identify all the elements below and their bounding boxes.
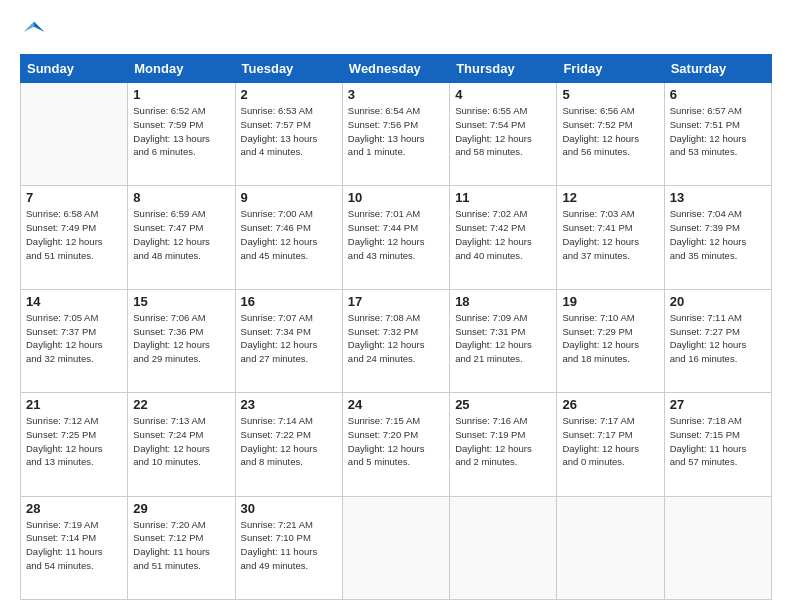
day-info: Sunrise: 7:13 AM Sunset: 7:24 PM Dayligh…: [133, 414, 229, 469]
col-header-wednesday: Wednesday: [342, 55, 449, 83]
calendar-cell: 23Sunrise: 7:14 AM Sunset: 7:22 PM Dayli…: [235, 393, 342, 496]
day-info: Sunrise: 7:10 AM Sunset: 7:29 PM Dayligh…: [562, 311, 658, 366]
calendar-cell: [342, 496, 449, 599]
day-info: Sunrise: 7:14 AM Sunset: 7:22 PM Dayligh…: [241, 414, 337, 469]
day-number: 15: [133, 294, 229, 309]
calendar-week-row: 21Sunrise: 7:12 AM Sunset: 7:25 PM Dayli…: [21, 393, 772, 496]
day-info: Sunrise: 7:18 AM Sunset: 7:15 PM Dayligh…: [670, 414, 766, 469]
calendar-cell: 28Sunrise: 7:19 AM Sunset: 7:14 PM Dayli…: [21, 496, 128, 599]
calendar-week-row: 14Sunrise: 7:05 AM Sunset: 7:37 PM Dayli…: [21, 289, 772, 392]
day-number: 1: [133, 87, 229, 102]
day-info: Sunrise: 6:58 AM Sunset: 7:49 PM Dayligh…: [26, 207, 122, 262]
calendar-cell: [557, 496, 664, 599]
day-number: 12: [562, 190, 658, 205]
day-info: Sunrise: 7:08 AM Sunset: 7:32 PM Dayligh…: [348, 311, 444, 366]
day-info: Sunrise: 7:11 AM Sunset: 7:27 PM Dayligh…: [670, 311, 766, 366]
col-header-monday: Monday: [128, 55, 235, 83]
day-number: 2: [241, 87, 337, 102]
day-info: Sunrise: 7:20 AM Sunset: 7:12 PM Dayligh…: [133, 518, 229, 573]
calendar-cell: 9Sunrise: 7:00 AM Sunset: 7:46 PM Daylig…: [235, 186, 342, 289]
day-info: Sunrise: 7:12 AM Sunset: 7:25 PM Dayligh…: [26, 414, 122, 469]
calendar-cell: 16Sunrise: 7:07 AM Sunset: 7:34 PM Dayli…: [235, 289, 342, 392]
day-info: Sunrise: 7:01 AM Sunset: 7:44 PM Dayligh…: [348, 207, 444, 262]
calendar-cell: 20Sunrise: 7:11 AM Sunset: 7:27 PM Dayli…: [664, 289, 771, 392]
day-number: 24: [348, 397, 444, 412]
day-number: 11: [455, 190, 551, 205]
calendar-cell: 11Sunrise: 7:02 AM Sunset: 7:42 PM Dayli…: [450, 186, 557, 289]
day-number: 6: [670, 87, 766, 102]
col-header-sunday: Sunday: [21, 55, 128, 83]
calendar-cell: 18Sunrise: 7:09 AM Sunset: 7:31 PM Dayli…: [450, 289, 557, 392]
day-number: 26: [562, 397, 658, 412]
col-header-thursday: Thursday: [450, 55, 557, 83]
day-info: Sunrise: 7:09 AM Sunset: 7:31 PM Dayligh…: [455, 311, 551, 366]
day-number: 17: [348, 294, 444, 309]
svg-marker-1: [24, 22, 35, 33]
day-number: 3: [348, 87, 444, 102]
calendar-cell: [664, 496, 771, 599]
calendar-cell: 12Sunrise: 7:03 AM Sunset: 7:41 PM Dayli…: [557, 186, 664, 289]
day-number: 19: [562, 294, 658, 309]
day-info: Sunrise: 7:07 AM Sunset: 7:34 PM Dayligh…: [241, 311, 337, 366]
day-info: Sunrise: 6:54 AM Sunset: 7:56 PM Dayligh…: [348, 104, 444, 159]
day-number: 20: [670, 294, 766, 309]
calendar-cell: 15Sunrise: 7:06 AM Sunset: 7:36 PM Dayli…: [128, 289, 235, 392]
calendar-cell: 24Sunrise: 7:15 AM Sunset: 7:20 PM Dayli…: [342, 393, 449, 496]
logo: [20, 18, 52, 46]
day-number: 9: [241, 190, 337, 205]
col-header-tuesday: Tuesday: [235, 55, 342, 83]
day-number: 18: [455, 294, 551, 309]
calendar-week-row: 28Sunrise: 7:19 AM Sunset: 7:14 PM Dayli…: [21, 496, 772, 599]
calendar-cell: 7Sunrise: 6:58 AM Sunset: 7:49 PM Daylig…: [21, 186, 128, 289]
calendar-week-row: 1Sunrise: 6:52 AM Sunset: 7:59 PM Daylig…: [21, 83, 772, 186]
calendar-cell: 4Sunrise: 6:55 AM Sunset: 7:54 PM Daylig…: [450, 83, 557, 186]
calendar-cell: 14Sunrise: 7:05 AM Sunset: 7:37 PM Dayli…: [21, 289, 128, 392]
day-info: Sunrise: 7:15 AM Sunset: 7:20 PM Dayligh…: [348, 414, 444, 469]
day-number: 16: [241, 294, 337, 309]
day-number: 7: [26, 190, 122, 205]
header: [20, 18, 772, 46]
calendar-cell: 13Sunrise: 7:04 AM Sunset: 7:39 PM Dayli…: [664, 186, 771, 289]
day-number: 28: [26, 501, 122, 516]
calendar-cell: [450, 496, 557, 599]
day-number: 22: [133, 397, 229, 412]
logo-icon: [20, 18, 48, 46]
day-info: Sunrise: 6:57 AM Sunset: 7:51 PM Dayligh…: [670, 104, 766, 159]
page: SundayMondayTuesdayWednesdayThursdayFrid…: [0, 0, 792, 612]
day-number: 4: [455, 87, 551, 102]
calendar-cell: 25Sunrise: 7:16 AM Sunset: 7:19 PM Dayli…: [450, 393, 557, 496]
calendar-week-row: 7Sunrise: 6:58 AM Sunset: 7:49 PM Daylig…: [21, 186, 772, 289]
calendar-cell: 2Sunrise: 6:53 AM Sunset: 7:57 PM Daylig…: [235, 83, 342, 186]
day-info: Sunrise: 6:55 AM Sunset: 7:54 PM Dayligh…: [455, 104, 551, 159]
calendar-cell: 19Sunrise: 7:10 AM Sunset: 7:29 PM Dayli…: [557, 289, 664, 392]
calendar-cell: 17Sunrise: 7:08 AM Sunset: 7:32 PM Dayli…: [342, 289, 449, 392]
calendar-header-row: SundayMondayTuesdayWednesdayThursdayFrid…: [21, 55, 772, 83]
calendar-cell: 1Sunrise: 6:52 AM Sunset: 7:59 PM Daylig…: [128, 83, 235, 186]
day-number: 8: [133, 190, 229, 205]
day-info: Sunrise: 7:17 AM Sunset: 7:17 PM Dayligh…: [562, 414, 658, 469]
col-header-friday: Friday: [557, 55, 664, 83]
day-info: Sunrise: 7:04 AM Sunset: 7:39 PM Dayligh…: [670, 207, 766, 262]
day-info: Sunrise: 6:52 AM Sunset: 7:59 PM Dayligh…: [133, 104, 229, 159]
day-info: Sunrise: 7:05 AM Sunset: 7:37 PM Dayligh…: [26, 311, 122, 366]
calendar: SundayMondayTuesdayWednesdayThursdayFrid…: [20, 54, 772, 600]
day-number: 27: [670, 397, 766, 412]
day-number: 25: [455, 397, 551, 412]
day-number: 5: [562, 87, 658, 102]
calendar-cell: 29Sunrise: 7:20 AM Sunset: 7:12 PM Dayli…: [128, 496, 235, 599]
day-info: Sunrise: 7:06 AM Sunset: 7:36 PM Dayligh…: [133, 311, 229, 366]
day-number: 29: [133, 501, 229, 516]
day-info: Sunrise: 6:59 AM Sunset: 7:47 PM Dayligh…: [133, 207, 229, 262]
calendar-cell: 6Sunrise: 6:57 AM Sunset: 7:51 PM Daylig…: [664, 83, 771, 186]
day-info: Sunrise: 7:19 AM Sunset: 7:14 PM Dayligh…: [26, 518, 122, 573]
day-number: 21: [26, 397, 122, 412]
day-number: 10: [348, 190, 444, 205]
calendar-cell: 5Sunrise: 6:56 AM Sunset: 7:52 PM Daylig…: [557, 83, 664, 186]
calendar-cell: 21Sunrise: 7:12 AM Sunset: 7:25 PM Dayli…: [21, 393, 128, 496]
day-info: Sunrise: 7:00 AM Sunset: 7:46 PM Dayligh…: [241, 207, 337, 262]
day-info: Sunrise: 6:56 AM Sunset: 7:52 PM Dayligh…: [562, 104, 658, 159]
day-info: Sunrise: 7:03 AM Sunset: 7:41 PM Dayligh…: [562, 207, 658, 262]
svg-marker-0: [34, 22, 45, 33]
day-number: 30: [241, 501, 337, 516]
calendar-cell: [21, 83, 128, 186]
